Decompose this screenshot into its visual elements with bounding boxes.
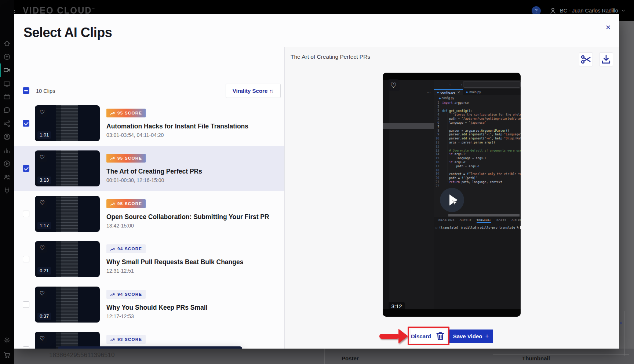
sort-icon: ↑↓ bbox=[269, 88, 274, 94]
terminal-prompt: ○ (translate) jradillo@jradillo-pro tran… bbox=[436, 226, 521, 229]
discard-button[interactable]: Discard bbox=[411, 330, 447, 343]
ellipsis-icon: ⋯ bbox=[427, 90, 431, 95]
panel-tab-output[interactable]: OUTPUT bbox=[460, 219, 471, 223]
clip-list-item[interactable]: ♡3:1395 SCOREThe Art of Creating Perfect… bbox=[14, 146, 284, 191]
cursor-icon bbox=[452, 200, 457, 206]
panel-tab-gitlens[interactable]: GITLENS bbox=[511, 219, 521, 223]
virality-score-badge: 93 SCORE bbox=[106, 335, 146, 344]
code-line: 3def get_config(): bbox=[434, 109, 521, 113]
background-poster-label: Poster bbox=[342, 355, 359, 361]
code-line: 16 if args.o: bbox=[434, 161, 521, 165]
sidebar-item-tv[interactable] bbox=[3, 93, 11, 101]
heart-icon[interactable]: ♡ bbox=[37, 334, 47, 343]
virality-score-badge: 95 SCORE bbox=[106, 199, 146, 208]
panel-tab-problems[interactable]: PROBLEMS bbox=[438, 219, 455, 223]
app-sidebar bbox=[0, 0, 14, 364]
trend-up-icon bbox=[110, 111, 115, 115]
clip-checkbox[interactable] bbox=[23, 256, 29, 262]
clip-thumbnail[interactable]: ♡1:01 bbox=[35, 105, 100, 141]
thumbnail-frame bbox=[56, 105, 77, 141]
video-player[interactable]: ← → ⋯ ◆config.py✕◆main.py ◆ config.py 1i… bbox=[383, 73, 521, 317]
heart-icon[interactable]: ♡ bbox=[37, 243, 47, 253]
sidebar-item-audience[interactable] bbox=[3, 173, 11, 181]
favorite-button[interactable]: ♡ bbox=[387, 79, 400, 91]
background-video-id: 1838642955611396510 bbox=[49, 352, 114, 359]
browser-url-bar bbox=[463, 81, 521, 88]
clip-thumbnail[interactable]: ♡3:13 bbox=[35, 150, 100, 186]
user-menu[interactable]: BC - Juan Carlos Radillo bbox=[560, 8, 618, 14]
clip-checkbox[interactable] bbox=[23, 165, 29, 172]
clip-thumbnail[interactable]: ♡0:21 bbox=[35, 241, 100, 277]
code-line: 10 parser.add_argument("-o", help="Origi… bbox=[434, 137, 521, 141]
sidebar-item-cart[interactable] bbox=[3, 351, 11, 359]
panel-tab-ports[interactable]: PORTS bbox=[496, 219, 506, 223]
virality-score-sort-button[interactable]: Virality Score ↑↓ bbox=[226, 84, 281, 98]
sidebar-item-play-circle[interactable] bbox=[3, 160, 11, 168]
download-clip-button[interactable] bbox=[599, 52, 613, 66]
clip-duration-badge: 0:37 bbox=[37, 313, 51, 320]
clip-checkbox[interactable] bbox=[23, 211, 29, 217]
preview-clip-title: The Art of Creating Perfect PRs bbox=[291, 54, 370, 60]
clip-duration-badge: 1:17 bbox=[37, 222, 51, 229]
select-all-checkbox[interactable] bbox=[23, 87, 29, 94]
clip-duration-badge: 3:13 bbox=[37, 176, 51, 184]
clip-list-item[interactable]: ♡0:3794 SCOREWhy You Should Keep PRs Sma… bbox=[14, 282, 284, 327]
background-box-edge-h bbox=[624, 311, 634, 311]
clip-time-ranges: 12:31-12:51 bbox=[106, 268, 134, 274]
selection-toolbar: 2 selected Save Discard Combine ✕ bbox=[58, 346, 242, 349]
terminal-cursor bbox=[520, 226, 521, 229]
clip-checkbox[interactable] bbox=[23, 346, 29, 349]
heart-icon[interactable]: ♡ bbox=[37, 108, 47, 117]
editor-tab-main.py[interactable]: ◆main.py bbox=[463, 89, 484, 95]
code-line: 11 args = parser.parse_args() bbox=[434, 141, 521, 145]
chevron-down-icon[interactable] bbox=[621, 8, 626, 13]
sidebar-item-video[interactable] bbox=[3, 66, 11, 74]
clip-title: The Art of Creating Perfect PRs bbox=[106, 168, 202, 175]
code-line: 12 bbox=[434, 145, 521, 149]
video-editor-sidebar bbox=[383, 80, 434, 309]
clip-list-item[interactable]: ♡0:4193 SCORE bbox=[14, 327, 284, 349]
sidebar-item-user-circle[interactable] bbox=[3, 133, 11, 141]
code-line: 17 path = args.o bbox=[434, 165, 521, 169]
trim-button[interactable] bbox=[579, 52, 593, 66]
download-icon bbox=[600, 53, 613, 66]
virality-score-badge: 95 SCORE bbox=[106, 109, 146, 117]
code-line: 19 context = f'Translate only the visibl… bbox=[434, 172, 521, 176]
sidebar-item-media[interactable] bbox=[3, 80, 11, 88]
save-video-button[interactable]: Save Video + bbox=[449, 330, 493, 343]
heart-icon[interactable]: ♡ bbox=[37, 153, 47, 162]
clip-checkbox[interactable] bbox=[23, 120, 29, 127]
heart-icon[interactable]: ♡ bbox=[37, 198, 47, 208]
clip-list-item[interactable]: ♡1:0195 SCOREAutomation Hacks for Instan… bbox=[14, 101, 284, 146]
python-file-icon: ◆ bbox=[466, 91, 468, 94]
panel-tab-terminal[interactable]: TERMINAL bbox=[477, 219, 491, 223]
python-file-icon: ◆ bbox=[437, 91, 439, 94]
sidebar-item-share[interactable] bbox=[3, 120, 11, 128]
code-line: 8 parser = argparse.ArgumentParser() bbox=[434, 129, 521, 133]
sidebar-item-plug[interactable] bbox=[3, 186, 11, 194]
editor-tab-config.py[interactable]: ◆config.py✕ bbox=[434, 89, 463, 95]
clip-title: Open Source Collaboration: Submitting Yo… bbox=[106, 213, 269, 221]
heart-icon[interactable]: ♡ bbox=[37, 289, 47, 298]
tab-close-icon[interactable]: ✕ bbox=[457, 91, 460, 94]
clip-list-item[interactable]: ♡0:2194 SCOREWhy Small Pull Requests Bea… bbox=[14, 237, 284, 282]
sidebar-item-upload[interactable] bbox=[3, 53, 11, 61]
clip-checkbox[interactable] bbox=[23, 301, 29, 308]
clip-time-ranges: 12:17-12:53 bbox=[106, 313, 134, 319]
clip-title: Why You Should Keep PRs Small bbox=[106, 304, 208, 312]
code-line: 4 '''Stores the configuration for the wh… bbox=[434, 113, 521, 117]
play-button[interactable] bbox=[440, 188, 464, 212]
sidebar-item-chat[interactable] bbox=[3, 106, 11, 114]
editor-breadcrumb: ◆ config.py bbox=[439, 96, 454, 100]
sidebar-item-gear[interactable] bbox=[3, 336, 11, 344]
clip-title: Why Small Pull Requests Beat Bulk Change… bbox=[106, 258, 243, 266]
clip-time-ranges: 03:01-03:54, 04:11-04:20 bbox=[106, 132, 164, 138]
clip-thumbnail[interactable]: ♡1:17 bbox=[35, 196, 100, 232]
clip-thumbnail[interactable]: ♡0:37 bbox=[35, 287, 100, 323]
modal-close-icon[interactable]: ✕ bbox=[605, 23, 611, 32]
sidebar-item-analytics[interactable] bbox=[3, 146, 11, 154]
sidebar-item-home[interactable] bbox=[3, 39, 11, 47]
clip-list-item[interactable]: ♡1:1795 SCOREOpen Source Collaboration: … bbox=[14, 192, 284, 237]
code-line: 6 language = 'japanese' bbox=[434, 121, 521, 125]
screen: VIDEO CLOUD™ ? BC - Juan Carlos Radillo … bbox=[0, 0, 634, 364]
